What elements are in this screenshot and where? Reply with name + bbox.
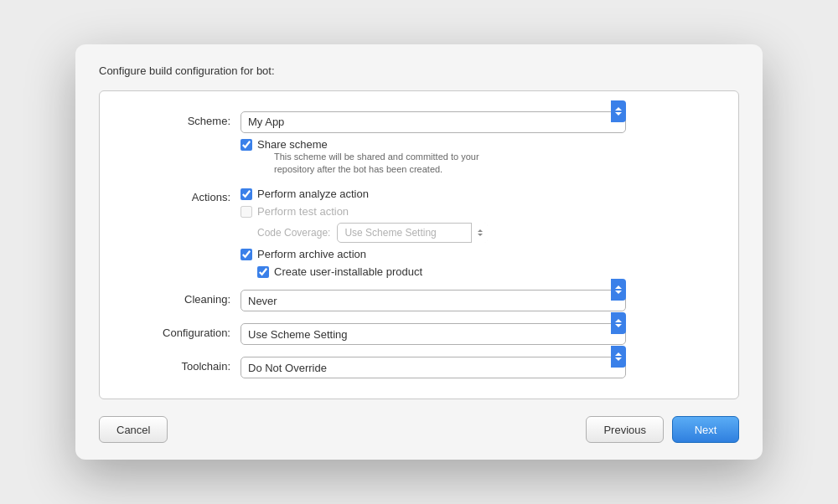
perform-test-checkbox[interactable] [241,206,252,218]
share-scheme-row: Share scheme This scheme will be shared … [241,138,715,177]
perform-test-row: Perform test action [241,205,715,218]
toolchain-controls: Do Not Override [241,357,715,378]
content-box: Scheme: My App Share scheme This scheme … [99,90,739,400]
actions-row: Actions: Perform analyze action Perform … [123,188,715,278]
share-scheme-label[interactable]: Share scheme [257,138,328,151]
cancel-button[interactable]: Cancel [99,416,168,443]
toolchain-row: Toolchain: Do Not Override [123,357,715,378]
scheme-row: Scheme: My App Share scheme This scheme … [123,111,715,177]
footer-right: Previous Next [586,416,739,443]
configuration-row: Configuration: Use Scheme Setting Debug … [123,323,715,345]
scheme-select-wrapper[interactable]: My App [241,111,626,133]
create-product-checkbox[interactable] [257,266,269,278]
share-scheme-checkbox[interactable] [241,139,252,151]
perform-analyze-row: Perform analyze action [241,188,715,200]
configuration-select[interactable]: Use Scheme Setting Debug Release [241,323,626,345]
scheme-controls: My App Share scheme This scheme will be … [241,111,715,177]
share-scheme-note: This scheme will be shared and committed… [274,151,479,177]
configure-dialog: Configure build configuration for bot: S… [75,44,763,460]
toolchain-select-wrapper[interactable]: Do Not Override [241,357,626,378]
perform-analyze-label[interactable]: Perform analyze action [257,188,369,200]
configuration-label: Configuration: [123,323,241,339]
create-product-row: Create user-installable product [257,265,715,278]
perform-archive-checkbox[interactable] [241,249,252,260]
toolchain-label: Toolchain: [123,357,241,373]
perform-archive-row: Perform archive action [241,248,715,260]
scheme-select[interactable]: My App [241,111,626,133]
code-coverage-select[interactable]: Use Scheme Setting On Off [337,223,488,243]
cleaning-controls: Never Always Once a Day [241,290,715,311]
configuration-controls: Use Scheme Setting Debug Release [241,323,715,345]
code-coverage-select-wrapper[interactable]: Use Scheme Setting On Off [337,223,488,243]
actions-controls: Perform analyze action Perform test acti… [241,188,715,278]
actions-label: Actions: [123,188,241,203]
next-button[interactable]: Next [672,416,739,443]
perform-archive-label[interactable]: Perform archive action [257,248,366,260]
previous-button[interactable]: Previous [586,416,664,443]
cleaning-label: Cleaning: [123,290,241,306]
code-coverage-row: Code Coverage: Use Scheme Setting On Off [257,223,715,243]
toolchain-select[interactable]: Do Not Override [241,357,626,378]
perform-analyze-checkbox[interactable] [241,188,252,200]
cleaning-row: Cleaning: Never Always Once a Day [123,290,715,311]
code-coverage-label: Code Coverage: [257,227,330,239]
cleaning-select[interactable]: Never Always Once a Day [241,290,626,311]
cleaning-select-wrapper[interactable]: Never Always Once a Day [241,290,626,311]
perform-test-label[interactable]: Perform test action [257,205,349,218]
configuration-select-wrapper[interactable]: Use Scheme Setting Debug Release [241,323,626,345]
create-product-label[interactable]: Create user-installable product [274,265,422,278]
dialog-footer: Cancel Previous Next [99,413,739,443]
scheme-label: Scheme: [123,111,241,127]
dialog-title: Configure build configuration for bot: [99,64,739,77]
